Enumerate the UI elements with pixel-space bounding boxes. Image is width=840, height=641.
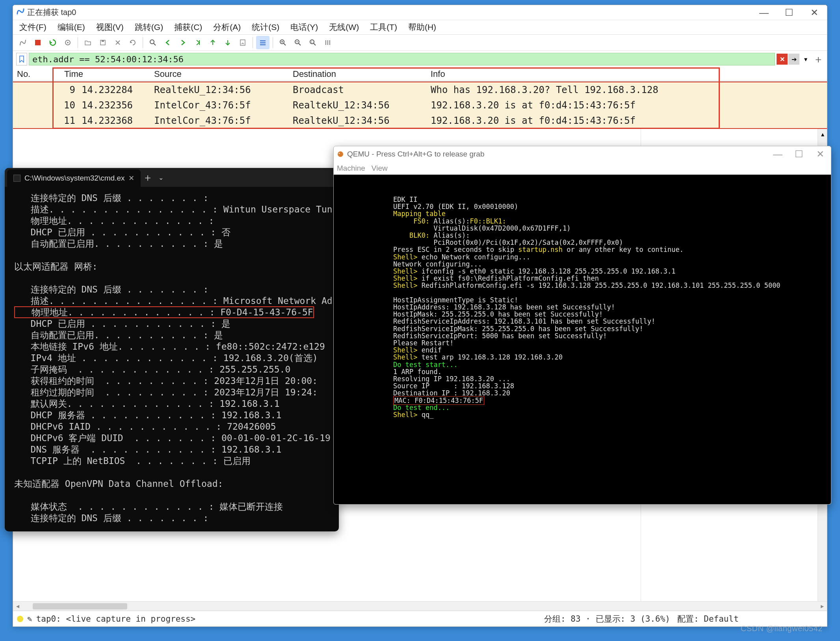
pkt-info: Who has 192.168.3.20? Tell 192.168.3.128	[431, 84, 827, 95]
resize-columns-icon[interactable]	[321, 36, 335, 49]
reload-icon[interactable]	[126, 36, 139, 49]
go-prev-icon[interactable]	[161, 36, 175, 49]
stop-capture-icon[interactable]	[31, 36, 45, 49]
pkt-no: 10	[13, 100, 82, 111]
wireshark-titlebar[interactable]: 正在捕获 tap0 — ☐ ✕	[13, 5, 827, 20]
menu-analyze[interactable]: 分析(A)	[212, 21, 242, 34]
close-button[interactable]: ✕	[810, 146, 831, 162]
qemu-titlebar[interactable]: QEMU - Press Ctrl+Alt+G to release grab …	[334, 146, 831, 162]
apply-filter-icon[interactable]: ➔	[788, 54, 799, 65]
menu-telephony[interactable]: 电话(Y)	[289, 21, 320, 34]
filter-buttons: ✕ ➔ ▾	[777, 54, 811, 65]
qemu-app-icon	[337, 151, 344, 158]
menu-capture[interactable]: 捕获(C)	[173, 21, 204, 34]
cmd-output[interactable]: 连接特定的 DNS 后缀 . . . . . . . : 描述. . . . .…	[5, 187, 339, 531]
packet-row[interactable]: 11 14.232368 IntelCor_43:76:5f RealtekU_…	[13, 113, 827, 129]
clear-filter-icon[interactable]: ✕	[777, 54, 788, 65]
capture-options-icon[interactable]	[61, 36, 74, 49]
col-header-info[interactable]: Info	[431, 69, 827, 79]
pkt-dst: Broadcast	[293, 84, 431, 95]
pkt-time: 14.232356	[82, 100, 154, 111]
watermark: CSDN @liangwei0542	[741, 624, 823, 633]
menu-go[interactable]: 跳转(G)	[133, 21, 165, 34]
scroll-thumb[interactable]	[33, 603, 127, 609]
tab-dropdown-icon[interactable]: ⌄	[155, 174, 167, 181]
menu-wireless[interactable]: 无线(W)	[327, 21, 361, 34]
edit-icon[interactable]: ✎	[27, 614, 32, 624]
minimize-button[interactable]: —	[767, 146, 788, 162]
packet-row[interactable]: 10 14.232356 IntelCor_43:76:5f RealtekU_…	[13, 97, 827, 113]
pkt-time: 14.232368	[82, 115, 154, 126]
qemu-console[interactable]: EDK II UEFI v2.70 (EDK II, 0x00010000) M…	[334, 175, 831, 504]
go-first-icon[interactable]	[206, 36, 219, 49]
close-file-icon[interactable]	[111, 36, 125, 49]
filter-dropdown-icon[interactable]: ▾	[800, 54, 811, 65]
menu-tools[interactable]: 工具(T)	[368, 21, 399, 34]
start-capture-icon[interactable]	[16, 36, 30, 49]
minimize-button[interactable]: —	[751, 5, 777, 20]
pkt-info: 192.168.3.20 is at f0:d4:15:43:76:5f	[431, 100, 827, 111]
expert-icon[interactable]	[17, 616, 23, 622]
wireshark-toolbar: 1	[13, 34, 827, 51]
new-tab-button[interactable]: ＋	[141, 171, 155, 184]
menu-stats[interactable]: 统计(S)	[250, 21, 281, 34]
statusbar: ✎ tap0: <live capture in progress> 分组: 8…	[13, 611, 827, 626]
menu-edit[interactable]: 编辑(E)	[56, 21, 87, 34]
packet-row[interactable]: 9 14.232284 RealtekU_12:34:56 Broadcast …	[13, 82, 827, 97]
status-profile[interactable]: 配置: Default	[677, 613, 823, 624]
tab-close-icon[interactable]: ✕	[128, 174, 134, 183]
maximize-button[interactable]: ☐	[777, 5, 802, 20]
cmd-tab-title: C:\Windows\system32\cmd.ex	[24, 174, 125, 183]
svg-rect-8	[260, 40, 266, 41]
open-file-icon[interactable]	[81, 36, 95, 49]
svg-point-25	[339, 153, 340, 154]
restart-capture-icon[interactable]	[46, 36, 59, 49]
scrollbar-horizontal[interactable]: ◂▸	[13, 601, 827, 611]
svg-text:1: 1	[311, 41, 312, 43]
go-next-icon[interactable]	[176, 36, 190, 49]
zoom-out-icon[interactable]	[291, 36, 305, 49]
pkt-dst: RealtekU_12:34:56	[293, 115, 431, 126]
zoom-in-icon[interactable]	[276, 36, 290, 49]
qemu-menubar: Machine View	[334, 162, 831, 175]
toolbar-separator	[273, 37, 273, 48]
save-file-icon[interactable]	[96, 36, 110, 49]
packet-list-headers[interactable]: No. Time Source Destination Info	[13, 67, 827, 82]
toolbar-separator	[78, 37, 78, 48]
colorize-icon[interactable]	[256, 36, 269, 49]
svg-rect-10	[260, 44, 266, 45]
add-filter-button[interactable]: ＋	[813, 52, 824, 66]
wireshark-app-icon	[16, 7, 27, 18]
svg-point-2	[67, 42, 69, 43]
toolbar-separator	[143, 37, 143, 48]
display-filter-input[interactable]: eth.addr == 52:54:00:12:34:56	[29, 53, 775, 65]
pkt-info: 192.168.3.20 is at f0:d4:15:43:76:5f	[431, 115, 827, 126]
packet-list[interactable]: 9 14.232284 RealtekU_12:34:56 Broadcast …	[13, 82, 827, 129]
cmd-tab[interactable]: C:\Windows\system32\cmd.ex ✕	[7, 170, 141, 187]
col-header-destination[interactable]: Destination	[293, 69, 431, 79]
jump-to-icon[interactable]	[191, 36, 204, 49]
svg-line-12	[284, 43, 286, 45]
find-packet-icon[interactable]	[146, 36, 160, 49]
status-packets: 分组: 83 · 已显示: 3 (3.6%)	[544, 613, 670, 624]
menu-help[interactable]: 帮助(H)	[407, 21, 438, 34]
qemu-menu-view[interactable]: View	[372, 164, 388, 173]
cmd-tabbar[interactable]: C:\Windows\system32\cmd.ex ✕ ＋ ⌄	[5, 168, 339, 187]
qemu-menu-machine[interactable]: Machine	[337, 164, 365, 173]
cmd-window: C:\Windows\system32\cmd.ex ✕ ＋ ⌄ 连接特定的 D…	[5, 168, 339, 531]
svg-point-24	[338, 151, 343, 157]
col-header-no[interactable]: No.	[13, 69, 64, 79]
go-last-icon[interactable]	[221, 36, 234, 49]
filter-bookmark-icon[interactable]	[16, 53, 27, 65]
col-header-time[interactable]: Time	[64, 69, 154, 79]
pkt-src: IntelCor_43:76:5f	[154, 115, 293, 126]
close-button[interactable]: ✕	[802, 5, 827, 20]
col-header-source[interactable]: Source	[154, 69, 293, 79]
autoscroll-icon[interactable]	[236, 36, 249, 49]
svg-line-6	[154, 43, 156, 45]
zoom-reset-icon[interactable]: 1	[306, 36, 320, 49]
maximize-button[interactable]: ☐	[788, 146, 810, 162]
menu-file[interactable]: 文件(F)	[18, 21, 48, 34]
pkt-time: 14.232284	[82, 84, 154, 95]
menu-view[interactable]: 视图(V)	[95, 21, 125, 34]
